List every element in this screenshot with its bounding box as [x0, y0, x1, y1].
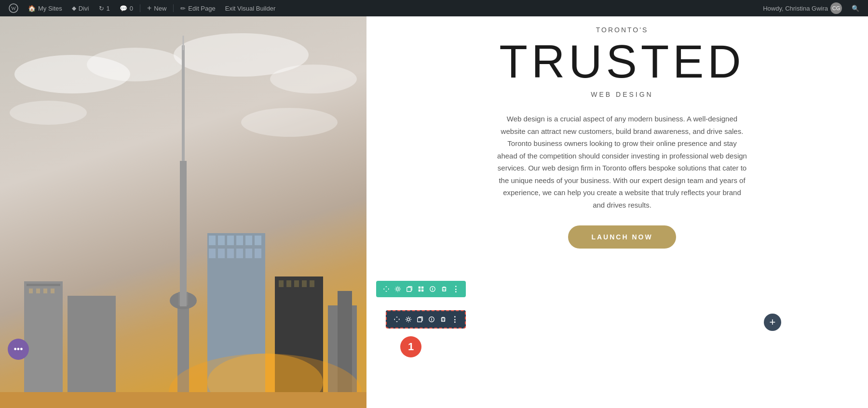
my-sites-item[interactable]: 🏠 My Sites	[24, 0, 66, 16]
row-toolbar: ⋮	[386, 310, 466, 329]
section-settings-icon[interactable]	[393, 284, 403, 294]
home-icon: 🏠	[28, 5, 36, 12]
howdy-label: Howdy, Christina Gwira	[763, 5, 828, 12]
svg-rect-16	[27, 284, 60, 286]
section-toolbar: ⋮	[376, 281, 466, 297]
search-icon: 🔍	[852, 5, 859, 12]
main-content: ••• TORONTO'S TRUSTED WEB DESIGN Web des…	[0, 16, 868, 408]
svg-rect-51	[421, 290, 423, 291]
svg-rect-49	[421, 287, 423, 289]
row-more-icon[interactable]: ⋮	[449, 314, 460, 325]
avatar: CG	[830, 2, 842, 14]
svg-rect-24	[218, 236, 225, 245]
my-sites-label: My Sites	[38, 5, 62, 12]
admin-bar: W 🏠 My Sites ◆ Divi ↻ 1 💬 0 + New ✏ Edit…	[0, 0, 868, 16]
divi-label: Divi	[79, 5, 89, 12]
section-toggle-icon[interactable]	[427, 284, 438, 294]
svg-rect-17	[29, 289, 33, 293]
toronto-label: TORONTO'S	[596, 26, 649, 34]
svg-rect-56	[418, 318, 422, 322]
svg-point-4	[87, 48, 183, 81]
dots-icon: •••	[14, 344, 23, 355]
svg-rect-33	[245, 249, 252, 258]
comments-count: 0	[130, 5, 133, 12]
right-panel: TORONTO'S TRUSTED WEB DESIGN Web design …	[366, 16, 868, 408]
plus-icon: +	[147, 4, 151, 13]
exit-vb-label: Exit Visual Builder	[225, 5, 276, 12]
divi-item[interactable]: ◆ Divi	[68, 0, 93, 16]
updates-count: 1	[107, 5, 110, 12]
separator-2	[173, 4, 174, 12]
svg-point-46	[396, 288, 399, 290]
svg-rect-21	[68, 296, 116, 408]
svg-rect-38	[294, 280, 299, 287]
svg-rect-15	[24, 281, 63, 408]
row-delete-icon[interactable]	[438, 314, 448, 325]
search-item[interactable]: 🔍	[848, 0, 863, 16]
svg-rect-29	[209, 249, 216, 258]
svg-rect-26	[236, 236, 243, 245]
svg-rect-28	[255, 236, 261, 245]
svg-rect-47	[407, 288, 411, 292]
edit-page-label: Edit Page	[188, 5, 215, 12]
section-grid-icon[interactable]	[416, 284, 426, 294]
comments-item[interactable]: 💬 0	[116, 0, 137, 16]
row-settings-icon[interactable]	[403, 314, 414, 325]
left-panel: •••	[0, 16, 366, 408]
admin-bar-right: Howdy, Christina Gwira CG 🔍	[759, 0, 863, 16]
svg-rect-12	[180, 161, 187, 306]
svg-rect-45	[0, 392, 366, 408]
divi-icon: ◆	[72, 5, 76, 12]
svg-rect-18	[36, 289, 40, 293]
svg-rect-48	[419, 287, 420, 289]
launch-now-button[interactable]: LAUNCH NOW	[568, 225, 676, 249]
pencil-icon: ✏	[180, 5, 186, 12]
separator-1	[140, 4, 140, 12]
new-label: New	[154, 5, 166, 12]
svg-rect-31	[227, 249, 234, 258]
svg-rect-27	[245, 236, 252, 245]
web-design-label: WEB DESIGN	[591, 91, 653, 98]
add-module-button[interactable]: +	[764, 314, 781, 331]
svg-point-8	[241, 108, 338, 137]
svg-rect-20	[51, 289, 54, 293]
plus-circle-icon: +	[770, 317, 776, 328]
trusted-heading: TRUSTED	[499, 39, 745, 85]
svg-rect-54	[443, 288, 446, 291]
svg-rect-32	[236, 249, 243, 258]
svg-rect-59	[442, 318, 445, 321]
comment-icon: 💬	[120, 5, 127, 12]
svg-rect-36	[279, 280, 284, 287]
refresh-icon: ↻	[99, 5, 104, 12]
move-handle[interactable]	[381, 284, 392, 294]
wp-logo-item[interactable]: W	[5, 0, 22, 16]
exit-visual-builder-item[interactable]: Exit Visual Builder	[221, 0, 280, 16]
svg-rect-23	[209, 236, 216, 245]
new-item[interactable]: + New	[143, 0, 170, 16]
svg-rect-50	[419, 290, 420, 291]
description-text: Web design is a crucial aspect of any mo…	[497, 113, 747, 211]
row-move-handle[interactable]	[392, 314, 402, 325]
updates-item[interactable]: ↻ 1	[95, 0, 114, 16]
svg-text:W: W	[11, 5, 16, 11]
svg-rect-39	[302, 280, 307, 287]
howdy-item[interactable]: Howdy, Christina Gwira CG	[759, 0, 846, 16]
svg-rect-19	[43, 289, 47, 293]
row-toggle-icon[interactable]	[426, 314, 437, 325]
section-clone-icon[interactable]	[404, 284, 415, 294]
edit-page-item[interactable]: ✏ Edit Page	[176, 0, 219, 16]
svg-point-6	[270, 65, 357, 93]
svg-rect-30	[218, 249, 225, 258]
section-more-icon[interactable]: ⋮	[450, 284, 461, 294]
svg-rect-34	[255, 249, 261, 258]
row-clone-icon[interactable]	[415, 314, 425, 325]
city-skyline	[0, 16, 366, 408]
svg-point-55	[407, 318, 409, 320]
svg-rect-37	[286, 280, 291, 287]
svg-rect-25	[227, 236, 234, 245]
svg-point-7	[10, 101, 87, 125]
purple-dots-button[interactable]: •••	[8, 339, 29, 360]
section-delete-icon[interactable]	[439, 284, 449, 294]
svg-rect-40	[310, 280, 314, 287]
number-badge: 1	[400, 336, 421, 357]
